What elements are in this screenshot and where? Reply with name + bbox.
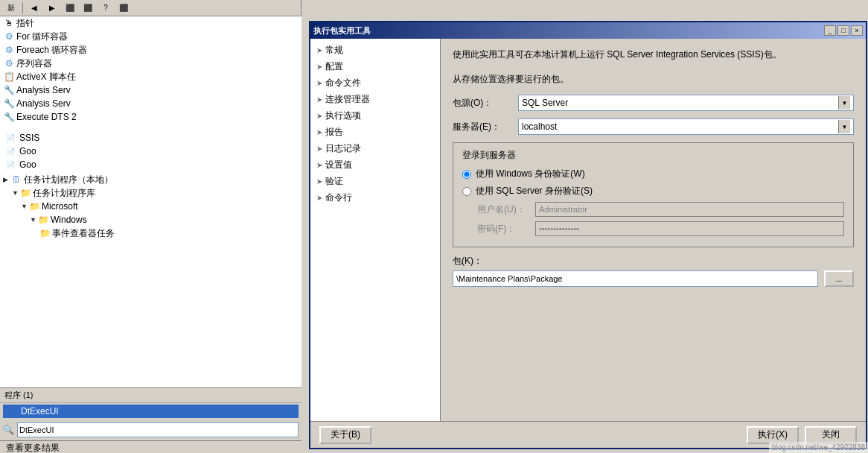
tree-item-analysis1[interactable]: 🔧 Analysis Serv: [0, 83, 301, 97]
nav-arrow-report: ➤: [316, 128, 322, 136]
tree-item-foreach[interactable]: ⚙ Foreach 循环容器: [0, 43, 301, 57]
nav-arrow-logging: ➤: [316, 145, 322, 153]
sql-auth-row: 使用 SQL Server 身份验证(S): [462, 185, 844, 197]
toolbar-help-btn[interactable]: ?: [98, 1, 114, 15]
zhizhen-icon: 🖱: [3, 17, 15, 29]
toolbar-refresh-btn[interactable]: ⬛: [80, 1, 96, 15]
dialog-title: 执行包实用工具: [313, 25, 371, 37]
win-icon: 📁: [37, 214, 49, 226]
windows-auth-row: 使用 Windows 身份验证(W): [462, 168, 844, 180]
dialog-close-btn[interactable]: 关闭: [805, 426, 857, 444]
analysis1-icon: 🔧: [3, 84, 15, 96]
username-label: 用户名(U)：: [477, 203, 529, 216]
tree-item-activex[interactable]: 📋 ActiveX 脚本任: [0, 70, 301, 83]
sequence-icon: ⚙: [3, 57, 15, 69]
search-result-item[interactable]: 查看更多结果: [0, 441, 301, 453]
password-input[interactable]: [535, 221, 844, 236]
windows-item[interactable]: ▼ 📁 Windows: [0, 213, 301, 226]
nav-arrow-general: ➤: [316, 46, 322, 54]
sql-auth-label: 使用 SQL Server 身份验证(S): [476, 185, 593, 197]
tree-item-zhizhen[interactable]: 🖱 指针: [0, 16, 301, 30]
foreach-icon: ⚙: [3, 44, 15, 56]
maximize-btn[interactable]: □: [837, 25, 849, 36]
sql-auth-radio[interactable]: [462, 187, 471, 196]
nav-item-general[interactable]: ➤ 常规: [310, 42, 440, 58]
nav-item-config[interactable]: ➤ 配置: [310, 58, 440, 75]
server-value: localhost: [522, 121, 838, 132]
dialog-title-buttons: _ □ ×: [824, 25, 863, 36]
watermark: blog.csdn.net/we_42902838: [769, 442, 868, 453]
server-arrow-icon[interactable]: ▼: [838, 120, 850, 133]
login-group: 登录到服务器 使用 Windows 身份验证(W) 使用 SQL Server …: [453, 142, 854, 247]
nav-item-cmdfile[interactable]: ➤ 命令文件: [310, 75, 440, 91]
for-icon: ⚙: [3, 31, 15, 42]
win-expand-icon: ▼: [30, 216, 37, 224]
nav-arrow-config: ➤: [316, 63, 322, 71]
package-label: 包(K)：: [453, 256, 482, 266]
username-input[interactable]: [535, 202, 844, 217]
lib-icon: 📁: [19, 187, 31, 199]
toolbar-stop-btn[interactable]: ⬛: [62, 1, 78, 15]
server-row: 服务器(E)： localhost ▼: [453, 118, 854, 135]
footer-left-btns: 关于(B): [319, 426, 371, 444]
minimize-btn[interactable]: _: [824, 25, 836, 36]
left-panel: 新 ◀ ▶ ⬛ ⬛ ? ⬛ 🖱 指针 ⚙ For 循环容器 ⚙ Foreach …: [0, 0, 301, 453]
ms-icon: 📁: [28, 200, 40, 212]
nav-item-cmdline[interactable]: ➤ 命令行: [310, 189, 440, 206]
nav-item-connmgr[interactable]: ➤ 连接管理器: [310, 91, 440, 107]
tree-item-for[interactable]: ⚙ For 循环容器: [0, 30, 301, 43]
lib-expand-icon: ▼: [12, 189, 19, 197]
main-dialog: 执行包实用工具 _ □ × ➤ 常规 ➤ 配置 ➤ 命令文件 ➤ 连接管理器: [309, 21, 867, 449]
search-input[interactable]: [17, 422, 299, 437]
nav-arrow-setvals: ➤: [316, 161, 322, 169]
tree-item-execute-dts[interactable]: 🔧 Execute DTS 2: [0, 110, 301, 124]
password-row: 密码(F)：: [462, 221, 844, 236]
nav-item-setvals[interactable]: ➤ 设置值: [310, 156, 440, 173]
tasksched-lib-item[interactable]: ▼ 📁 任务计划程序库: [0, 186, 301, 200]
ssi2-item[interactable]: Goo: [18, 145, 299, 158]
nav-item-report[interactable]: ➤ 报告: [310, 124, 440, 140]
footer-right-btns: 执行(X) 关闭: [747, 426, 857, 444]
dialog-nav: ➤ 常规 ➤ 配置 ➤ 命令文件 ➤ 连接管理器 ➤ 执行选项 ➤ 报告: [310, 39, 441, 421]
dialog-desc: 从存储位置选择要运行的包。: [453, 73, 854, 86]
tree-item-analysis2[interactable]: 🔧 Analysis Serv: [0, 97, 301, 110]
password-label: 密码(F)：: [477, 223, 529, 235]
toolbar-extra-btn[interactable]: ⬛: [115, 1, 132, 15]
nav-arrow-connmgr: ➤: [316, 95, 322, 104]
eventviewer-item[interactable]: 📁 事件查看器任务: [0, 226, 301, 240]
nav-arrow-cmdfile: ➤: [316, 79, 322, 87]
execute-dts-icon: 🔧: [3, 111, 15, 123]
microsoft-item[interactable]: ▼ 📁 Microsoft: [0, 200, 301, 213]
close-btn[interactable]: ×: [851, 25, 863, 36]
toolbar-fwd-btn[interactable]: ▶: [44, 1, 60, 15]
toolbar-back-btn[interactable]: ◀: [26, 1, 42, 15]
nav-item-logging[interactable]: ➤ 日志记录: [310, 140, 440, 156]
nav-item-verify[interactable]: ➤ 验证: [310, 173, 440, 189]
program-item[interactable]: DtExecUI: [3, 405, 299, 418]
package-source-arrow-icon[interactable]: ▼: [838, 96, 850, 110]
package-input[interactable]: [453, 270, 818, 287]
ssi1-item[interactable]: SSIS: [18, 131, 299, 145]
nav-item-exeopts[interactable]: ➤ 执行选项: [310, 107, 440, 124]
windows-auth-radio[interactable]: [462, 170, 471, 179]
ssi3-item[interactable]: Goo: [18, 158, 299, 171]
analysis2-icon: 🔧: [3, 98, 15, 110]
dialog-body: ➤ 常规 ➤ 配置 ➤ 命令文件 ➤ 连接管理器 ➤ 执行选项 ➤ 报告: [310, 39, 866, 421]
execute-btn[interactable]: 执行(X): [747, 426, 799, 444]
dialog-content: 使用此实用工具可在本地计算机上运行 SQL Server Integration…: [441, 39, 866, 421]
left-bottom-panel: 程序 (1) DtExecUI 🔍 查看更多结果 注销 ▶: [0, 387, 301, 453]
package-source-label: 包源(O)：: [453, 97, 512, 110]
tasksched-icon: 🗓: [10, 174, 22, 186]
toolbar-new-btn[interactable]: 新: [3, 1, 19, 15]
about-btn[interactable]: 关于(B): [319, 426, 371, 444]
server-dropdown[interactable]: localhost ▼: [518, 118, 854, 135]
tree-item-sequence[interactable]: ⚙ 序列容器: [0, 57, 301, 70]
browse-btn[interactable]: ...: [824, 270, 854, 287]
tasksched-item[interactable]: ▶ 🗓 任务计划程序（本地）: [0, 173, 301, 186]
package-input-row: ...: [453, 270, 854, 287]
package-source-dropdown[interactable]: SQL Server ▼: [518, 95, 854, 111]
ev-icon: 📁: [39, 227, 51, 239]
server-label: 服务器(E)：: [453, 121, 512, 133]
search-icon: 🔍: [3, 425, 14, 435]
nav-arrow-verify: ➤: [316, 177, 322, 186]
